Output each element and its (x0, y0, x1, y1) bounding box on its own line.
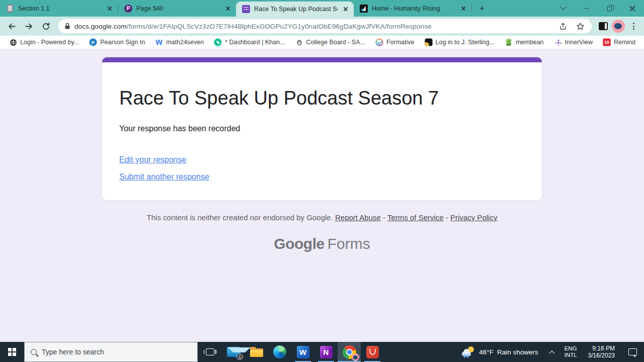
privacy-policy-link[interactable]: Privacy Policy (450, 213, 497, 222)
tab-page-540[interactable]: P Page 540 (118, 0, 236, 17)
edit-response-link[interactable]: Edit your response (119, 155, 186, 164)
taskbar-app-edge[interactable] (268, 342, 291, 362)
weather-temp: 46°F (479, 348, 494, 356)
taskbar-app-desmos[interactable] (361, 342, 384, 362)
show-hidden-icons-button[interactable] (544, 342, 559, 362)
back-button[interactable] (4, 19, 19, 34)
khan-academy-leaf-icon (214, 38, 222, 46)
close-tab-icon[interactable] (224, 5, 232, 13)
close-tab-icon[interactable] (342, 5, 350, 13)
tab-search-chevron-icon[interactable] (551, 0, 575, 17)
taskbar-search-box[interactable]: Type here to search (24, 342, 198, 362)
restore-button[interactable] (598, 0, 621, 17)
forward-button[interactable] (21, 19, 36, 34)
clock[interactable]: 9:16 PM 3/16/2023 (582, 342, 621, 362)
browser-toolbar: docs.google.com/forms/d/e/1FAIpQLScVz3zO… (0, 17, 644, 36)
bookmark-formative[interactable]: Formative (371, 37, 419, 47)
share-icon[interactable] (556, 20, 570, 33)
form-theme-bar (102, 57, 542, 62)
file-explorer-icon (250, 347, 263, 357)
google-forms-logo: GoogleForms (0, 235, 644, 252)
reload-button[interactable] (38, 19, 53, 34)
j-sterling-icon (425, 38, 432, 46)
submit-another-response-link[interactable]: Submit another response (119, 172, 209, 182)
taskbar-app-chrome[interactable] (338, 342, 361, 362)
innerview-dots-icon (554, 38, 561, 46)
close-tab-icon[interactable] (106, 5, 114, 13)
tab-race-to-speak-up-active[interactable]: Race To Speak Up Podcast Seaso (236, 2, 354, 17)
close-window-button[interactable] (621, 0, 644, 17)
desktop-screen: Section 1.1 P Page 540 Race To Speak Up … (0, 0, 644, 362)
bookmark-innerview[interactable]: InnerView (550, 37, 597, 47)
bookmarks-bar: Login - Powered by... P Pearson Sign In … (0, 36, 644, 49)
time: 9:16 PM (592, 345, 615, 352)
forms-disclaimer: This content is neither created nor endo… (0, 213, 644, 222)
side-panel-icon[interactable] (597, 20, 610, 33)
pearson-icon: P (90, 38, 97, 46)
profile-avatar[interactable] (612, 20, 625, 33)
weather-widget[interactable]: 46°F Rain showers (456, 342, 544, 362)
mail-notification-badge: 1 (236, 353, 243, 360)
bookmark-math24seven[interactable]: W math24seven (151, 37, 208, 47)
w-letter-icon: W (155, 38, 163, 46)
minimize-button[interactable] (575, 0, 598, 17)
chevron-up-icon (549, 350, 554, 356)
task-view-icon (206, 348, 214, 355)
acorn-icon (295, 38, 303, 46)
disclaimer-text: This content is neither created nor endo… (147, 213, 333, 222)
address-bar[interactable]: docs.google.com/forms/d/e/1FAIpQLScVz3zO… (58, 19, 592, 33)
browser-tab-strip: Section 1.1 P Page 540 Race To Speak Up … (0, 0, 644, 17)
close-tab-icon[interactable] (459, 5, 467, 13)
bookmark-login-powered-by[interactable]: Login - Powered by... (5, 37, 83, 47)
chrome-profile-badge (352, 353, 359, 361)
humanity-rising-icon (360, 5, 368, 13)
search-icon (31, 349, 37, 355)
bookmarks-overflow-chevron[interactable]: » (641, 38, 644, 47)
browser-menu-icon[interactable] (627, 20, 640, 33)
new-tab-button[interactable]: + (475, 2, 489, 16)
taskbar-app-onenote[interactable]: N (314, 342, 338, 362)
terms-of-service-link[interactable]: Terms of Service (387, 213, 444, 222)
start-button[interactable] (0, 342, 24, 362)
task-view-button[interactable] (198, 342, 222, 362)
search-placeholder: Type here to search (42, 348, 104, 356)
form-response-page: Race To Speak Up Podcast Season 7 Your r… (0, 49, 644, 342)
bookmark-college-board[interactable]: College Board - SA... (291, 37, 369, 47)
bookmark-remind[interactable]: 19 Remind (599, 37, 639, 47)
form-title: Race To Speak Up Podcast Season 7 (119, 87, 525, 109)
weather-condition: Rain showers (497, 348, 538, 356)
bookmark-membean[interactable]: membean (501, 37, 548, 47)
tab-separator (471, 5, 472, 13)
taskbar-app-file-explorer[interactable] (245, 342, 268, 362)
desmos-icon (366, 346, 379, 358)
bookmark-khan-dashboard[interactable]: * Dashboard | Khan... (210, 37, 289, 47)
window-controls (551, 0, 644, 17)
windows-logo-icon (8, 348, 16, 356)
form-status-text: Your response has been recorded (119, 124, 525, 133)
taskbar-app-word[interactable]: W (291, 342, 314, 362)
action-center-button[interactable] (621, 342, 644, 362)
membean-sprout-icon (505, 38, 512, 46)
bookmark-j-sterling[interactable]: Log in to J. Sterling... (421, 37, 499, 47)
tab-title: Race To Speak Up Podcast Seaso (254, 6, 338, 13)
notification-icon (628, 348, 637, 355)
taskbar-app-mail[interactable]: 1 (222, 342, 245, 362)
tab-humanity-rising[interactable]: Home - Humanity Rising (354, 0, 471, 17)
bookmark-pearson-sign-in[interactable]: P Pearson Sign In (85, 37, 149, 47)
pearson-icon: P (124, 5, 132, 13)
rain-showers-icon (462, 346, 475, 357)
remind-badge-icon: 19 (603, 38, 610, 46)
edge-icon (273, 345, 286, 358)
bookmark-star-icon[interactable] (574, 20, 587, 33)
windows-taskbar: Type here to search 1 W N (0, 342, 644, 362)
google-forms-icon (242, 5, 250, 13)
language-indicator[interactable]: ENG INTL (559, 342, 582, 362)
report-abuse-link[interactable]: Report Abuse (335, 213, 381, 222)
lock-icon (64, 23, 70, 30)
tab-section-1-1[interactable]: Section 1.1 (0, 0, 118, 17)
word-icon: W (297, 346, 309, 358)
onenote-icon: N (320, 346, 333, 358)
url-text: docs.google.com/forms/d/e/1FAIpQLScVz3zO… (74, 23, 552, 30)
taskbar-system-tray: 46°F Rain showers ENG INTL 9:16 PM 3/16/… (456, 342, 644, 362)
globe-icon (9, 38, 17, 46)
